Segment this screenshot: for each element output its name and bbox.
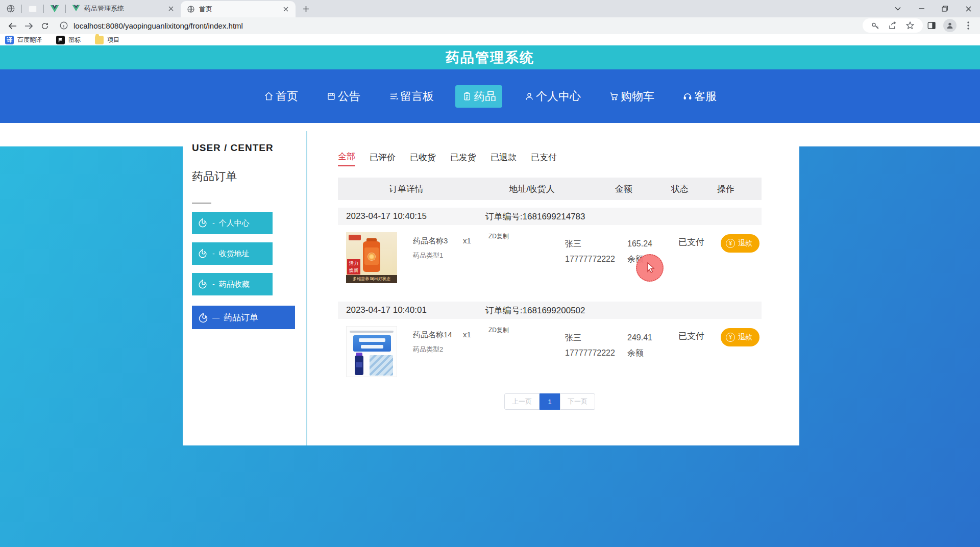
order-group-header: 2023-04-17 10:40:01 订单编号:1681699200502 — [338, 302, 762, 319]
nav-label: 购物车 — [621, 89, 654, 104]
amount-cell: 249.41 余额 — [627, 326, 678, 384]
action-cell: ¥ 退款 — [721, 326, 762, 384]
sidebar-item-label: 药品收藏 — [219, 280, 250, 289]
bookmark-baidu-translate[interactable]: 译 百度翻译 — [5, 36, 42, 44]
vue-icon[interactable] — [50, 4, 60, 14]
table-header: 订单详情 地址/收货人 金额 状态 操作 — [338, 178, 762, 200]
refund-button[interactable]: ¥ 退款 — [721, 328, 760, 346]
key-icon[interactable] — [870, 20, 880, 31]
globe-icon[interactable] — [6, 4, 16, 14]
nav-item-drugs[interactable]: 药品 — [455, 85, 502, 108]
product-name[interactable]: 药品名称14 — [413, 330, 463, 340]
filter-received[interactable]: 已收货 — [410, 152, 436, 166]
reload-icon[interactable] — [38, 19, 52, 33]
tab-yaoping-system[interactable]: 药品管理系统 — [66, 0, 181, 17]
sidebar-item-label: 收货地址 — [219, 249, 250, 259]
image-badge — [349, 235, 361, 240]
status-badge: 已支付 — [678, 232, 721, 294]
product-image[interactable]: 活力焕新 多维营养 喝出好状态 — [346, 232, 397, 283]
nav-item-home[interactable]: 首页 — [257, 85, 304, 108]
column-header: 订单详情 — [338, 183, 471, 195]
buyer-name: 张三 — [565, 236, 627, 252]
product-name[interactable]: 药品名称3 — [413, 236, 463, 246]
share-icon[interactable] — [888, 20, 898, 31]
close-window-button[interactable] — [957, 0, 980, 17]
new-tab-button[interactable] — [299, 2, 313, 16]
status-badge: 已支付 — [678, 326, 721, 384]
close-icon[interactable] — [166, 4, 176, 13]
blank-page-icon[interactable] — [28, 4, 38, 14]
sidebar-item-label: 个人中心 — [219, 218, 250, 228]
page-actions — [863, 18, 923, 33]
quantity: x1 — [463, 326, 488, 384]
buyer-cell: 张三 17777772222 — [565, 232, 627, 294]
dash: - — [212, 219, 215, 227]
refund-button[interactable]: ¥ 退款 — [721, 234, 760, 253]
nav-item-message-board[interactable]: 留言板 — [382, 85, 440, 108]
close-icon[interactable] — [281, 5, 290, 14]
profile-avatar[interactable] — [943, 19, 957, 32]
bookmark-icons[interactable]: 图标 — [56, 36, 81, 44]
buyer-phone: 17777772222 — [565, 252, 627, 267]
prev-page-button[interactable]: 上一页 — [504, 393, 540, 410]
cart-icon — [608, 91, 619, 102]
nav-item-cart[interactable]: 购物车 — [602, 85, 660, 108]
globe-icon — [187, 5, 195, 13]
quantity: x1 — [463, 232, 488, 294]
forward-icon[interactable] — [21, 19, 36, 33]
order-number: 订单编号:1681699214783 — [485, 211, 585, 222]
table-row: 药品名称14 药品类型2 x1 ZD复制 张三 17777772222 249.… — [338, 319, 762, 384]
site-info-icon[interactable] — [59, 21, 69, 31]
browser-toolbar: localhost:8080/yaopinguanlixitong/front/… — [0, 17, 980, 34]
column-header: 状态 — [654, 183, 705, 195]
nav-label: 留言板 — [400, 89, 434, 104]
headset-icon — [682, 91, 693, 102]
order-date: 2023-04-17 10:40:15 — [346, 211, 427, 221]
tab-title: 药品管理系统 — [84, 4, 166, 13]
next-page-button[interactable]: 下一页 — [560, 393, 595, 410]
minimize-button[interactable] — [910, 0, 933, 17]
filter-all[interactable]: 全部 — [338, 151, 355, 166]
buyer-name: 张三 — [565, 330, 627, 345]
filter-refunded[interactable]: 已退款 — [491, 152, 517, 166]
back-icon[interactable] — [5, 19, 19, 33]
nav-item-user-center[interactable]: 个人中心 — [518, 85, 587, 108]
bookmark-project[interactable]: 项目 — [95, 36, 119, 44]
bookmark-label: 百度翻译 — [17, 36, 42, 44]
side-panel-icon[interactable] — [926, 20, 937, 31]
main-nav: 首页 公告 留言板 药品 个人中心 购物车 客服 — [0, 69, 980, 123]
bookmarks-bar: 译 百度翻译 图标 项目 — [0, 34, 980, 45]
tab-home[interactable]: 首页 — [181, 1, 296, 17]
sidebar-item-user-center[interactable]: - 个人中心 — [192, 212, 273, 234]
dash: — — [212, 313, 219, 321]
menu-kebab-icon[interactable] — [963, 20, 973, 31]
bookmark-label: 图标 — [68, 36, 81, 44]
tab-search-chevron-icon[interactable] — [886, 0, 910, 17]
translate-icon: 译 — [5, 36, 14, 44]
flame-icon — [197, 279, 208, 290]
clipboard-icon — [461, 91, 472, 102]
address-bar[interactable]: localhost:8080/yaopinguanlixitong/front/… — [56, 19, 976, 33]
nav-item-notice[interactable]: 公告 — [320, 85, 366, 108]
restore-button[interactable] — [933, 0, 957, 17]
product-image-cell — [338, 326, 413, 384]
sidebar-item-address[interactable]: - 收货地址 — [192, 242, 273, 265]
current-page-button[interactable]: 1 — [540, 393, 560, 410]
product-image[interactable] — [346, 326, 397, 377]
product-image-cell: 活力焕新 多维营养 喝出好状态 — [338, 232, 413, 294]
filter-shipped[interactable]: 已发货 — [450, 152, 476, 166]
url-text[interactable]: localhost:8080/yaopinguanlixitong/front/… — [74, 21, 243, 30]
image-caption-text: 多维营养 喝出好状态 — [346, 275, 397, 283]
sidebar-item-orders[interactable]: — 药品订单 — [192, 306, 295, 329]
bookmark-star-icon[interactable] — [905, 20, 915, 31]
pay-method: 余额 — [627, 345, 678, 361]
filter-reviewed[interactable]: 已评价 — [370, 152, 396, 166]
dash: - — [212, 250, 215, 258]
tab-title: 首页 — [199, 5, 281, 14]
page-title: 药品管理系统 — [446, 48, 534, 67]
sidebar-item-favorites[interactable]: - 药品收藏 — [192, 273, 273, 295]
nav-item-support[interactable]: 客服 — [676, 85, 723, 108]
filter-paid[interactable]: 已支付 — [531, 152, 557, 166]
orders-table: 订单详情 地址/收货人 金额 状态 操作 2023-04-17 10:40:15… — [338, 178, 762, 410]
bookmark-label: 项目 — [107, 36, 119, 44]
